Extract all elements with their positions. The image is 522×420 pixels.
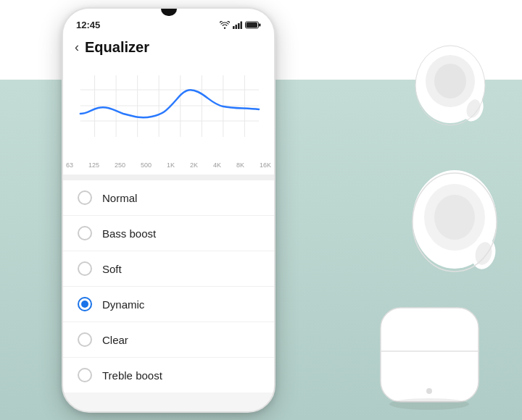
- svg-rect-30: [381, 308, 478, 402]
- chart-label-500: 500: [141, 161, 152, 169]
- option-bass-boost-label: Bass boost: [102, 227, 156, 240]
- chart-label-250: 250: [115, 161, 125, 169]
- header: ‹ Equalizer: [63, 35, 274, 64]
- option-clear[interactable]: Clear: [63, 322, 274, 358]
- eq-chart-area: [63, 64, 274, 160]
- option-normal[interactable]: Normal: [63, 180, 274, 216]
- option-dynamic[interactable]: Dynamic: [63, 287, 274, 322]
- radio-treble-boost[interactable]: [78, 368, 92, 382]
- chart-label-1k: 1K: [167, 161, 175, 169]
- svg-rect-1: [236, 25, 238, 29]
- radio-normal[interactable]: [78, 190, 92, 205]
- page-title: Equalizer: [85, 39, 149, 56]
- option-treble-boost-label: Treble boost: [102, 369, 162, 382]
- status-icons: [220, 21, 261, 29]
- wifi-icon: [220, 21, 230, 29]
- phone: 12:45 ‹: [62, 7, 276, 413]
- radio-clear[interactable]: [78, 332, 92, 347]
- option-normal-label: Normal: [102, 192, 137, 204]
- chart-label-16k: 16K: [260, 161, 271, 169]
- options-list: Normal Bass boost Soft Dynamic Clear Tre…: [63, 180, 274, 392]
- radio-dynamic-fill: [81, 301, 88, 308]
- svg-rect-2: [238, 23, 240, 29]
- option-bass-boost[interactable]: Bass boost: [63, 216, 274, 251]
- signal-icon: [233, 21, 242, 29]
- option-soft[interactable]: Soft: [63, 251, 274, 287]
- chart-x-labels: 63 125 250 500 1K 2K 4K 8K 16K: [63, 160, 274, 175]
- svg-point-34: [389, 398, 469, 410]
- svg-point-26: [434, 195, 475, 240]
- chart-label-4k: 4K: [213, 161, 221, 169]
- status-bar: 12:45: [63, 9, 274, 35]
- chart-label-125: 125: [88, 161, 99, 169]
- svg-rect-5: [246, 22, 258, 28]
- svg-rect-6: [259, 23, 261, 26]
- radio-bass-boost[interactable]: [78, 226, 92, 240]
- radio-soft[interactable]: [78, 261, 92, 276]
- charging-case: [373, 304, 486, 416]
- earbud-top-right: [408, 36, 492, 130]
- svg-point-33: [426, 388, 432, 394]
- status-time: 12:45: [76, 20, 100, 30]
- eq-chart: [73, 72, 264, 151]
- svg-point-20: [434, 64, 466, 98]
- chart-label-2k: 2K: [190, 161, 198, 169]
- battery-icon: [245, 21, 261, 29]
- svg-rect-0: [233, 26, 235, 29]
- divider: [63, 175, 274, 180]
- earbud-mid-right: [402, 156, 511, 290]
- option-clear-label: Clear: [102, 334, 128, 346]
- chart-label-63: 63: [66, 161, 73, 169]
- back-button[interactable]: ‹: [75, 40, 79, 55]
- chart-label-8k: 8K: [236, 161, 244, 169]
- radio-dynamic[interactable]: [78, 297, 92, 311]
- svg-rect-3: [241, 21, 243, 29]
- option-dynamic-label: Dynamic: [102, 298, 144, 311]
- notch: [161, 9, 177, 16]
- option-treble-boost[interactable]: Treble boost: [63, 358, 274, 392]
- option-soft-label: Soft: [102, 263, 122, 275]
